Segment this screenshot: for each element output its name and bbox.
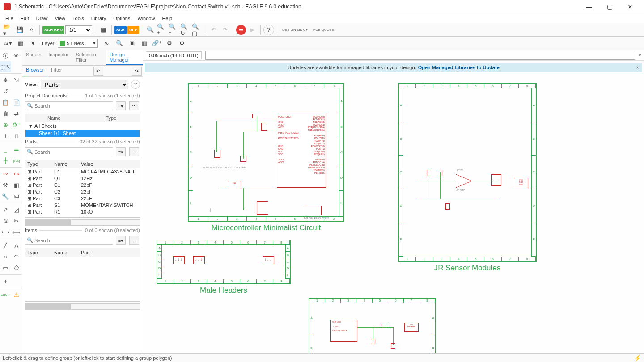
tool-slice[interactable]: ✂	[11, 215, 22, 227]
zoom-out-button[interactable]: 🔍⁻	[168, 25, 179, 35]
tool-dim2[interactable]: ⟺	[11, 227, 22, 238]
parts-row[interactable]: ⊞ PartR110kO	[25, 209, 140, 215]
tool-net[interactable]: ⎯	[0, 144, 11, 155]
tool-arc[interactable]: ◠	[11, 251, 22, 262]
menu-window[interactable]: Window	[134, 15, 158, 22]
notice-link[interactable]: Open Managed Libraries to Update	[418, 65, 500, 70]
ulp-badge[interactable]: ULP	[127, 26, 139, 34]
tool-optimize[interactable]: ≋	[0, 215, 11, 227]
menu-help[interactable]: Help	[158, 15, 176, 22]
tool-replace[interactable]: ♻⁺	[11, 119, 22, 130]
tree-row[interactable]: Sheet 1/1 Sheet	[25, 130, 140, 137]
back-button[interactable]: ↶	[93, 67, 103, 76]
gear1-tool[interactable]: ⚙	[164, 38, 175, 49]
items-more-btn[interactable]: ⋯	[129, 236, 139, 245]
tool-mirror[interactable]: ⇄	[11, 108, 22, 119]
link-tool[interactable]: 🔗⁺	[152, 38, 162, 49]
undo-button[interactable]: ↶	[208, 25, 219, 35]
parts-row[interactable]: ⊞ PartC122pF	[25, 182, 140, 189]
zoom-redraw-button[interactable]: 🔍↻	[180, 25, 191, 35]
tool-dimension[interactable]: ⟷	[0, 227, 11, 238]
tab-inspector[interactable]: Inspector	[45, 50, 72, 65]
projdocs-more-btn[interactable]: ⋯	[129, 101, 139, 110]
tool-move[interactable]: ✥	[0, 75, 11, 86]
tool-add[interactable]: ⊕	[0, 119, 11, 130]
tab-selection-filter[interactable]: Selection Filter	[72, 50, 106, 65]
zoom-fit-button[interactable]: 🔍	[145, 25, 156, 35]
tool-junction[interactable]: ┼	[0, 155, 11, 166]
sch-brd-badge[interactable]: SCH BRD	[42, 26, 64, 34]
scr-badge[interactable]: SCR	[114, 26, 127, 34]
view-select[interactable]: Parts	[41, 80, 128, 89]
tool-name[interactable]: R2	[0, 168, 11, 180]
items-search[interactable]	[25, 236, 113, 245]
parts-row[interactable]: ⊞ PartS1MOMENTARY-SWITCH	[25, 202, 140, 209]
parts-hscroll[interactable]	[25, 219, 140, 226]
tool-rotate[interactable]: ↺	[0, 86, 11, 97]
tool-polygon[interactable]: ⬠	[11, 262, 22, 274]
menu-tools[interactable]: Tools	[69, 15, 88, 22]
save-button[interactable]: 💾	[14, 25, 25, 35]
panel-help-button[interactable]: ?	[131, 80, 140, 89]
fwd-button[interactable]: ↷	[132, 67, 142, 76]
layers-button[interactable]: ≋▾	[3, 38, 13, 49]
schematic-canvas[interactable]: 12345678 12345678 ABCDE ABCDE PC6(/RESET…	[143, 74, 644, 353]
tool-text[interactable]: A	[11, 240, 22, 251]
tool-miter[interactable]: ◿	[11, 204, 22, 215]
stop-button[interactable]: ━	[236, 25, 246, 35]
menu-options[interactable]: Options	[110, 15, 134, 22]
zoom-in-button[interactable]: 🔍⁺	[157, 25, 167, 35]
tool-smash[interactable]: ⚒	[0, 180, 11, 191]
parts-row[interactable]: ⊞ PartU1MCU-ATMEGA328P-AU	[25, 168, 140, 175]
tool-circle[interactable]: ○	[0, 251, 11, 262]
design-link-button[interactable]: DESIGN LINK ▾	[280, 25, 310, 35]
parts-row[interactable]: ⊞ PartC222pF	[25, 189, 140, 195]
tab-sheets[interactable]: Sheets	[22, 50, 45, 65]
tool-change[interactable]: 🔧	[0, 191, 11, 202]
filter-button[interactable]: ▼	[28, 38, 38, 49]
sheet-selector[interactable]: 1/1	[65, 25, 92, 34]
sheets-button[interactable]: ▦	[98, 25, 109, 35]
grid-button[interactable]: ▦	[15, 38, 26, 49]
command-input[interactable]	[205, 51, 635, 60]
tool-value[interactable]: 10k	[11, 168, 22, 180]
sine-tool[interactable]: ∿	[102, 38, 112, 49]
open-button[interactable]: 📂▾	[3, 25, 13, 35]
tab-design-manager[interactable]: Design Manager	[106, 50, 143, 65]
tool-show[interactable]: 👁	[11, 50, 22, 61]
tool-bus[interactable]: ═	[11, 144, 22, 155]
print-button[interactable]: 🖨	[26, 25, 37, 35]
tool-mark[interactable]: ＋	[0, 276, 11, 287]
parts-search[interactable]	[25, 147, 113, 156]
tool-erc[interactable]: ERC✓	[0, 289, 11, 300]
tool-attribute[interactable]: 🏷	[11, 191, 22, 202]
tool-info[interactable]: ⓘ	[0, 50, 11, 61]
items-list-btn[interactable]: ≡▾	[116, 236, 126, 245]
minimize-button[interactable]: —	[579, 0, 599, 13]
parts-list-btn[interactable]: ≡▾	[116, 147, 126, 156]
tool-pinswap[interactable]: ⊥	[0, 130, 11, 142]
tool-rect[interactable]: ▭	[0, 262, 11, 274]
maximize-button[interactable]: ▢	[599, 0, 620, 13]
menu-file[interactable]: File	[2, 15, 17, 22]
tool-distribute[interactable]: ⇲	[11, 75, 22, 86]
tool-group[interactable]: ⬚↖	[0, 61, 11, 72]
tool-label[interactable]: [AB]	[11, 155, 22, 166]
gear2-tool[interactable]: ⚙	[177, 38, 187, 49]
close-button[interactable]: ✕	[620, 0, 640, 13]
cmd-dropdown-icon[interactable]: ▾	[639, 52, 641, 58]
pcb-quote-button[interactable]: PCB QUOTE	[311, 25, 336, 35]
projdocs-list-btn[interactable]: ≡▾	[116, 101, 126, 110]
go-button[interactable]: ▶	[247, 25, 258, 35]
zoom-select-button[interactable]: 🔍▢	[191, 25, 202, 35]
projdocs-search[interactable]	[25, 101, 113, 110]
parts-row[interactable]: ⊞ PartU25V	[25, 215, 140, 218]
notice-close-button[interactable]: ×	[636, 65, 639, 70]
layer-dropdown[interactable]: 91 Nets ▾	[58, 39, 98, 48]
menu-edit[interactable]: Edit	[17, 15, 33, 22]
tool-delete[interactable]: 🗑	[0, 108, 11, 119]
tool-gateswap[interactable]: ⊓	[11, 130, 22, 142]
tool-invoke[interactable]: ◧	[11, 180, 22, 191]
menu-draw[interactable]: Draw	[33, 15, 51, 22]
menu-library[interactable]: Library	[88, 15, 110, 22]
